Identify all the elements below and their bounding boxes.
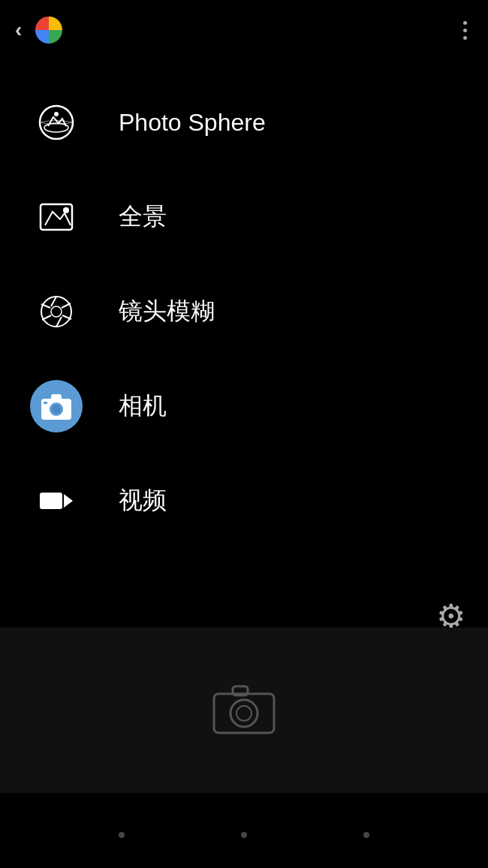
back-arrow-icon[interactable]: ‹ xyxy=(15,18,22,42)
svg-rect-16 xyxy=(51,394,62,400)
menu-area: Photo Sphere 全景 xyxy=(0,75,488,548)
panorama-label: 全景 xyxy=(119,200,167,234)
more-options-button[interactable] xyxy=(457,15,473,46)
nav-dot-1[interactable] xyxy=(119,832,125,838)
video-icon xyxy=(30,475,83,527)
svg-rect-17 xyxy=(44,402,47,404)
bottom-camera-area xyxy=(0,628,488,793)
menu-item-video[interactable]: 视频 xyxy=(0,454,488,548)
video-label: 视频 xyxy=(119,484,167,517)
more-dot-2 xyxy=(463,29,467,32)
svg-point-21 xyxy=(230,700,258,727)
menu-item-photo-sphere[interactable]: Photo Sphere xyxy=(0,75,488,170)
svg-point-22 xyxy=(236,706,252,721)
svg-point-0 xyxy=(40,106,73,139)
svg-line-11 xyxy=(42,315,51,320)
google-photos-logo[interactable] xyxy=(31,12,67,48)
menu-item-lens-blur[interactable]: 镜头模糊 xyxy=(0,264,488,359)
menu-item-panorama[interactable]: 全景 xyxy=(0,170,488,264)
lens-blur-label: 镜头模糊 xyxy=(119,295,215,328)
svg-point-5 xyxy=(41,297,71,327)
camera-icon xyxy=(30,380,83,432)
svg-line-8 xyxy=(62,303,71,308)
photo-sphere-icon xyxy=(30,96,83,149)
bottom-nav xyxy=(0,832,488,838)
panorama-icon xyxy=(30,191,83,243)
camera-label: 相机 xyxy=(119,390,167,423)
svg-point-2 xyxy=(54,112,59,116)
more-dot-3 xyxy=(463,36,467,40)
header-left: ‹ xyxy=(15,12,67,48)
header: ‹ xyxy=(0,0,488,60)
svg-marker-19 xyxy=(64,494,73,508)
nav-dot-3[interactable] xyxy=(363,832,369,838)
svg-point-15 xyxy=(52,405,61,414)
photo-sphere-label: Photo Sphere xyxy=(119,109,266,137)
camera-placeholder-icon xyxy=(210,679,278,742)
nav-dot-2[interactable] xyxy=(241,832,247,838)
menu-item-camera[interactable]: 相机 xyxy=(0,359,488,454)
svg-rect-18 xyxy=(40,493,62,509)
svg-point-4 xyxy=(63,207,69,213)
more-dot-1 xyxy=(463,21,467,25)
svg-point-6 xyxy=(51,306,62,317)
lens-blur-icon xyxy=(30,285,83,338)
